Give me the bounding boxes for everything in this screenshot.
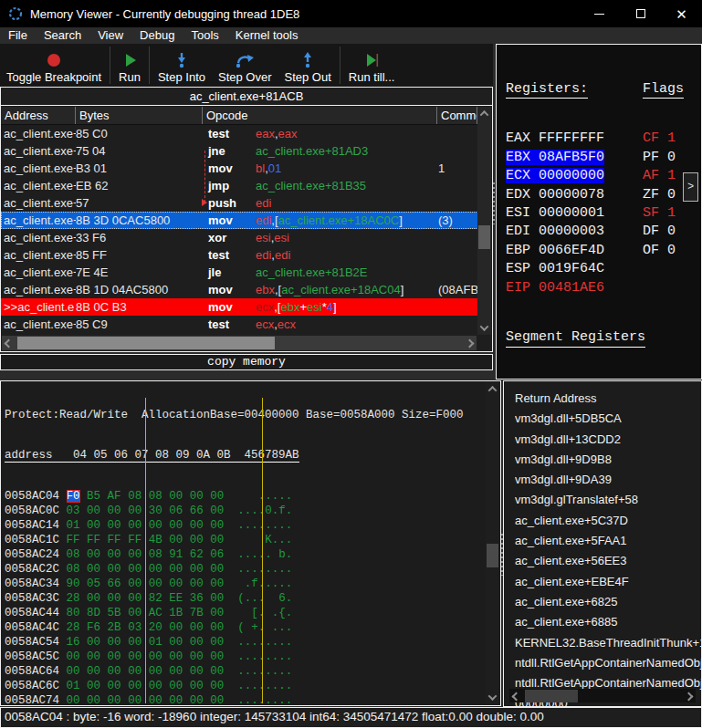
hex-byte[interactable]: 00	[190, 621, 204, 634]
register-eip[interactable]: EIP 00481AE6	[506, 280, 643, 298]
register-esi[interactable]: ESI 00000001	[506, 205, 643, 224]
flag-sf[interactable]: SF 1	[643, 205, 676, 224]
menu-item-search[interactable]: Search	[36, 27, 89, 44]
hex-byte[interactable]: 28	[67, 621, 80, 634]
hex-byte[interactable]: 00	[210, 607, 224, 619]
disasm-row[interactable]: ac_client.exe+B3 01movbl,011	[1, 160, 478, 177]
hex-byte[interactable]: 00	[190, 519, 204, 532]
return-address-item[interactable]: ntdll.RtlGetAppContainerNamedObje	[515, 653, 701, 673]
hex-byte[interactable]: 00	[87, 504, 100, 517]
hex-byte[interactable]: FF	[87, 534, 100, 546]
hex-byte[interactable]: 00	[108, 665, 121, 678]
scroll-up-icon[interactable]	[477, 107, 491, 120]
panel-splitter[interactable]	[501, 534, 503, 576]
hex-byte[interactable]: 00	[169, 534, 183, 546]
hex-vertical-scrollbar[interactable]	[486, 382, 499, 704]
hex-byte[interactable]: 00	[128, 636, 141, 649]
hex-byte[interactable]: 00	[169, 563, 183, 576]
hex-byte[interactable]: 00	[108, 694, 121, 706]
hex-byte[interactable]: 00	[169, 650, 183, 663]
hex-byte[interactable]: 00	[108, 504, 121, 517]
stack-hscroll-thumb[interactable]	[525, 690, 578, 702]
disasm-hscroll-thumb[interactable]	[17, 337, 275, 349]
hex-byte[interactable]: FF	[108, 534, 121, 546]
hex-row[interactable]: 0058AC14 01 00 00 00 00 00 00 00 .......…	[5, 518, 500, 533]
hex-byte[interactable]: 00	[169, 665, 183, 678]
hex-byte[interactable]: 00	[87, 563, 100, 576]
hex-byte[interactable]: 66	[108, 577, 121, 590]
hex-byte[interactable]: 00	[67, 665, 80, 678]
hex-byte[interactable]: EE	[169, 592, 183, 605]
flag-zf[interactable]: ZF 0	[643, 187, 676, 205]
disasm-address-header[interactable]: ac_client.exe+81ACB	[1, 88, 492, 106]
hex-byte[interactable]: 00	[128, 680, 141, 692]
disasm-row[interactable]: ac_client.exe+8B 3D 0CAC5800movedi,[ac_c…	[1, 212, 478, 229]
hex-byte[interactable]: 06	[210, 548, 224, 561]
return-address-item[interactable]: ac_client.exe+5C37D	[515, 511, 701, 531]
return-address-item[interactable]: ac_client.exe+5FAA1	[515, 531, 701, 551]
column-header-bytes[interactable]: Bytes	[76, 107, 203, 124]
hex-byte[interactable]: F6	[87, 621, 100, 634]
hex-byte[interactable]: 00	[108, 650, 121, 663]
scroll-left-icon[interactable]	[2, 336, 16, 350]
menu-item-kernel-tools[interactable]: Kernel tools	[227, 27, 307, 44]
hex-byte[interactable]: 00	[190, 694, 204, 706]
hex-byte[interactable]: 00	[169, 490, 183, 503]
hex-byte[interactable]: 08	[67, 548, 80, 561]
hex-byte[interactable]: 00	[128, 577, 141, 590]
hex-byte[interactable]: 00	[67, 694, 80, 706]
hex-byte[interactable]: 00	[87, 694, 100, 706]
hex-byte[interactable]: 36	[190, 592, 204, 605]
register-esp[interactable]: ESP 0019F64C	[506, 261, 643, 279]
hex-byte[interactable]: 00	[128, 519, 141, 532]
disasm-row[interactable]: ac_client.exe+75 04jneac_client.exe+81AD…	[1, 142, 478, 160]
hex-row[interactable]: 0058AC24 08 00 00 00 08 91 62 06 ..... b…	[5, 547, 500, 562]
hex-byte[interactable]: 00	[149, 519, 162, 532]
hex-byte[interactable]: 5B	[108, 607, 121, 619]
hex-byte[interactable]: 03	[128, 621, 141, 634]
disasm-row[interactable]: ac_client.exe+85 C9testecx,ecx	[1, 316, 478, 333]
hex-byte[interactable]: 00	[128, 650, 141, 663]
step-out-button[interactable]: Step Out	[278, 44, 338, 87]
scroll-up-icon[interactable]	[486, 382, 499, 396]
hex-byte[interactable]: 00	[210, 534, 224, 546]
maximize-button[interactable]	[620, 0, 661, 27]
hex-byte[interactable]: 30	[149, 504, 162, 517]
hex-byte[interactable]: 00	[149, 694, 162, 706]
menu-item-view[interactable]: View	[89, 27, 131, 44]
hex-row[interactable]: 0058AC2C 08 00 00 00 00 00 00 00 .......…	[5, 562, 500, 577]
hex-byte[interactable]: 00	[87, 665, 100, 678]
hex-byte[interactable]: 00	[169, 680, 183, 692]
hex-byte[interactable]: 00	[190, 563, 204, 576]
hex-byte[interactable]: 00	[210, 563, 224, 576]
disasm-row[interactable]: ac_client.exe+EB 62jmpac_client.exe+81B3…	[1, 177, 478, 194]
return-address-item[interactable]: vm3dgl.dll+9D9B8	[515, 450, 701, 470]
return-address-item[interactable]: ac_client.exe+EBE4F	[515, 572, 701, 592]
hex-byte[interactable]: 80	[67, 607, 80, 619]
hex-byte[interactable]: 00	[149, 650, 162, 663]
hex-row[interactable]: 0058AC4C 28 F6 2B 03 20 00 00 00 ( +. ..…	[5, 620, 500, 635]
register-ebx[interactable]: EBX 08AFB5F0	[506, 150, 643, 168]
column-header-comment[interactable]: Comment	[437, 107, 477, 124]
hex-byte[interactable]: 00	[128, 694, 141, 706]
hex-byte[interactable]: 00	[210, 519, 224, 532]
hex-byte[interactable]: 00	[169, 694, 183, 706]
hex-byte[interactable]: 00	[190, 534, 204, 546]
register-ecx[interactable]: ECX 00000000	[506, 168, 643, 186]
hex-byte[interactable]: 08	[67, 563, 80, 576]
hex-byte[interactable]: 08	[128, 490, 141, 503]
disasm-row[interactable]: ac_client.exe+8B 1D 04AC5800movebx,[ac_c…	[1, 281, 478, 298]
hex-byte[interactable]: 00	[149, 563, 162, 576]
return-address-item[interactable]: vm3dgl.dll+9DA39	[515, 470, 701, 490]
return-address-item[interactable]: ac_client.exe+6885	[515, 612, 701, 632]
hex-byte[interactable]: 00	[210, 694, 224, 706]
hex-byte[interactable]: 20	[149, 621, 162, 634]
toggle-breakpoint-button[interactable]: Toggle Breakpoint	[0, 44, 108, 87]
expand-registers-button[interactable]: >	[683, 172, 698, 202]
register-edx[interactable]: EDX 00000078	[506, 187, 643, 205]
hex-row[interactable]: 0058AC04 F0 B5 AF 08 08 00 00 00 .....	[5, 489, 500, 504]
close-button[interactable]: ✕	[661, 0, 702, 27]
hex-row[interactable]: 0058AC34 90 05 66 00 00 00 00 00 .f.....	[5, 577, 500, 591]
scroll-left-icon[interactable]	[509, 689, 523, 703]
hex-byte[interactable]: 00	[87, 636, 100, 649]
